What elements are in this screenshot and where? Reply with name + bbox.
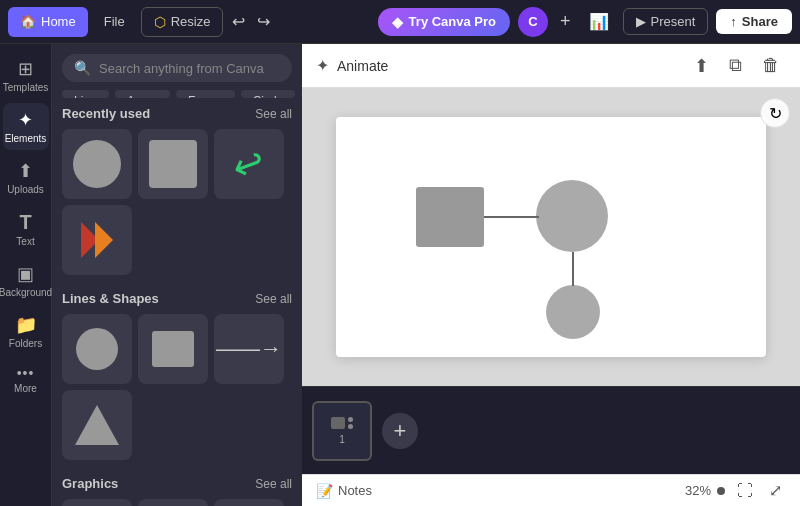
lines-shapes-title: Lines & Shapes xyxy=(62,291,159,306)
sidebar-item-elements[interactable]: ✦ Elements xyxy=(3,103,49,150)
lines-shapes-see-all[interactable]: See all xyxy=(255,292,292,306)
present-button[interactable]: ▶ Present xyxy=(623,8,709,35)
graphic-item-paper[interactable]: 📄 xyxy=(62,499,132,506)
square-shape xyxy=(149,140,197,188)
resize-dot-icon: ⬡ xyxy=(154,14,166,30)
try-pro-button[interactable]: ◆ Try Canva Pro xyxy=(378,8,510,36)
chip-arrow[interactable]: Arrow xyxy=(115,90,170,98)
small-rect-shape xyxy=(152,331,194,367)
graphics-section: Graphics See all 📄 🎊 ❤️ 〰️ xyxy=(52,468,302,506)
ls-item-rect[interactable] xyxy=(138,314,208,384)
page-thumb-dots xyxy=(348,417,353,429)
animate-icon: ✦ xyxy=(316,56,329,75)
add-page-button[interactable]: + xyxy=(382,413,418,449)
graphics-see-all[interactable]: See all xyxy=(255,477,292,491)
templates-icon: ⊞ xyxy=(18,58,33,80)
topbar-right: ◆ Try Canva Pro C + 📊 ▶ Present ↑ Share xyxy=(378,7,792,37)
graphics-header: Graphics See all xyxy=(62,476,292,491)
background-icon: ▣ xyxy=(17,263,34,285)
sidebar-item-background[interactable]: ▣ Background xyxy=(3,257,49,304)
search-input[interactable] xyxy=(99,61,280,76)
file-button[interactable]: File xyxy=(92,7,137,37)
present-mode-button[interactable]: ⤢ xyxy=(765,481,786,500)
page-number-label: 1 xyxy=(339,434,345,445)
recent-item-circle[interactable] xyxy=(62,129,132,199)
graphic-item-heart[interactable]: ❤️ xyxy=(214,499,284,506)
sidebar-item-templates[interactable]: ⊞ Templates xyxy=(3,52,49,99)
recently-used-header: Recently used See all xyxy=(62,106,292,121)
zoom-control: 32% xyxy=(685,483,725,498)
animate-upload-button[interactable]: ⬆ xyxy=(688,55,715,77)
canvas-diagram-circle-main[interactable] xyxy=(536,180,608,252)
animate-label: Animate xyxy=(337,58,388,74)
page-thumb-inner xyxy=(331,417,353,429)
zoom-level-label: 32% xyxy=(685,483,711,498)
chip-line[interactable]: Line xyxy=(62,90,109,98)
ls-item-circle[interactable] xyxy=(62,314,132,384)
add-page-topbar-button[interactable]: + xyxy=(556,11,575,32)
ls-item-line[interactable]: ——→ xyxy=(214,314,284,384)
recent-item-square[interactable] xyxy=(138,129,208,199)
sidebar-item-more[interactable]: ••• More xyxy=(3,359,49,400)
home-icon: 🏠 xyxy=(20,14,36,29)
recently-used-section: Recently used See all ↩ xyxy=(52,98,302,283)
chip-circle[interactable]: Circle xyxy=(241,90,296,98)
notes-button[interactable]: 📝 Notes xyxy=(316,483,372,499)
recently-used-see-all[interactable]: See all xyxy=(255,107,292,121)
animate-delete-button[interactable]: 🗑 xyxy=(756,55,786,76)
filter-chips: Line Arrow Frame Circle Square › xyxy=(52,90,302,98)
triangle-shape xyxy=(75,405,119,445)
chip-frame[interactable]: Frame xyxy=(176,90,235,98)
lines-shapes-header: Lines & Shapes See all xyxy=(62,291,292,306)
panel-search: 🔍 xyxy=(52,44,302,90)
canvas-connector-vertical xyxy=(572,252,574,286)
page-thumb-1[interactable]: 1 xyxy=(312,401,372,461)
canvas-refresh-button[interactable]: ↻ xyxy=(760,98,790,128)
sidebar-item-text[interactable]: T Text xyxy=(3,205,49,253)
main-area: ⊞ Templates ✦ Elements ⬆ Uploads T Text … xyxy=(0,44,800,506)
page-thumb-dot1 xyxy=(348,417,353,422)
chevron2 xyxy=(95,222,113,258)
sidebar-icons: ⊞ Templates ✦ Elements ⬆ Uploads T Text … xyxy=(0,44,52,506)
canvas-page xyxy=(336,117,766,357)
present-icon: ▶ xyxy=(636,14,646,29)
circle-shape xyxy=(73,140,121,188)
recently-used-title: Recently used xyxy=(62,106,150,121)
analytics-button[interactable]: 📊 xyxy=(583,12,615,31)
graphics-grid: 📄 🎊 ❤️ 〰️ xyxy=(62,499,292,506)
graphic-item-confetti[interactable]: 🎊 xyxy=(138,499,208,506)
canvas-area[interactable]: ↻ xyxy=(302,88,800,386)
fullscreen-button[interactable]: ⛶ xyxy=(733,482,757,500)
canvas-diagram-square[interactable] xyxy=(416,187,484,247)
share-button[interactable]: ↑ Share xyxy=(716,9,792,34)
elements-icon: ✦ xyxy=(18,109,33,131)
redo-button[interactable]: ↪ xyxy=(252,12,275,31)
ls-item-triangle[interactable] xyxy=(62,390,132,460)
diamond-icon: ◆ xyxy=(392,14,403,30)
status-bar: 📝 Notes 32% ⛶ ⤢ xyxy=(302,474,800,506)
recent-item-arrow[interactable]: ↩ xyxy=(214,129,284,199)
home-button[interactable]: 🏠 Home xyxy=(8,7,88,37)
resize-button[interactable]: ⬡ Resize xyxy=(141,7,224,37)
canvas-diagram-circle-small[interactable] xyxy=(546,285,600,339)
teal-arrow-icon: ↩ xyxy=(226,138,271,190)
undo-redo-group: ↩ ↪ xyxy=(227,12,275,31)
sidebar-item-folders[interactable]: 📁 Folders xyxy=(3,308,49,355)
topbar: 🏠 Home File ⬡ Resize ↩ ↪ ◆ Try Canva Pro… xyxy=(0,0,800,44)
lines-shapes-grid: ——→ xyxy=(62,314,292,460)
folders-icon: 📁 xyxy=(15,314,37,336)
animate-copy-button[interactable]: ⧉ xyxy=(723,55,748,76)
canvas-wrapper: ✦ Animate ⬆ ⧉ 🗑 ↻ xyxy=(302,44,800,506)
undo-button[interactable]: ↩ xyxy=(227,12,250,31)
zoom-dot[interactable] xyxy=(717,487,725,495)
share-icon: ↑ xyxy=(730,14,737,29)
sidebar-item-uploads[interactable]: ⬆ Uploads xyxy=(3,154,49,201)
page-thumb-dot2 xyxy=(348,424,353,429)
line-arrow-icon: ——→ xyxy=(216,336,282,362)
graphics-title: Graphics xyxy=(62,476,118,491)
avatar[interactable]: C xyxy=(518,7,548,37)
more-icon: ••• xyxy=(17,365,35,381)
recent-item-chevron[interactable] xyxy=(62,205,132,275)
lines-shapes-section: Lines & Shapes See all ——→ xyxy=(52,283,302,468)
uploads-icon: ⬆ xyxy=(18,160,33,182)
